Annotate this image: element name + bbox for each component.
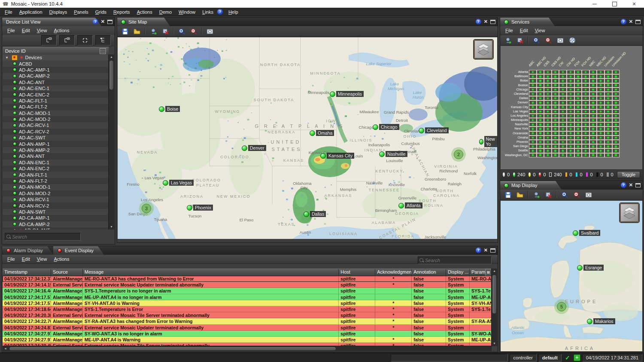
service-cell[interactable] [567, 92, 574, 96]
device-tree-scrollbar[interactable]: ▲ ▼ [108, 54, 114, 229]
service-cell[interactable] [544, 100, 552, 105]
service-cell[interactable] [567, 148, 574, 153]
menu-file[interactable]: File [5, 27, 18, 34]
service-cell[interactable] [612, 131, 620, 136]
service-cell[interactable] [589, 127, 597, 131]
service-cell[interactable] [612, 118, 620, 122]
service-cell[interactable] [537, 118, 544, 122]
site-cluster[interactable]: 5 [554, 299, 569, 314]
service-cell[interactable] [582, 127, 589, 131]
device-row-ad-ca-amp-2[interactable]: AD-CA-AMP-2 [3, 221, 109, 227]
device-row-ad-an-amp-2[interactable]: AD-AN-AMP-2 [3, 147, 109, 153]
menu-actions[interactable]: Actions [51, 256, 72, 262]
event-row[interactable]: 04/19/2022 17:34:20.387External Servi...… [3, 312, 492, 318]
service-cell[interactable] [567, 100, 574, 105]
close-icon[interactable]: ✕ [101, 19, 105, 24]
service-cell[interactable] [597, 74, 605, 78]
service-cell[interactable] [529, 148, 537, 153]
service-cell[interactable] [582, 109, 589, 114]
service-cell[interactable] [537, 83, 544, 87]
menu-actions[interactable]: Actions [51, 27, 72, 34]
service-cell[interactable] [544, 114, 552, 118]
service-cell[interactable] [612, 74, 620, 78]
service-cell[interactable] [567, 70, 574, 74]
service-cell[interactable] [582, 118, 589, 122]
service-cell[interactable] [552, 105, 559, 109]
scroll-down-arrow[interactable]: ▼ [492, 341, 497, 346]
device-row-ad-ac-enc-2[interactable]: AD-AC-ENC-2 [3, 91, 109, 97]
service-cell[interactable] [567, 78, 574, 83]
menu-help[interactable]: Help [225, 9, 241, 15]
service-cell[interactable] [605, 140, 612, 144]
service-cell[interactable] [582, 136, 589, 140]
scroll-down-arrow[interactable]: ▼ [109, 224, 114, 229]
service-cell[interactable] [574, 118, 582, 122]
service-cell[interactable] [559, 118, 567, 122]
service-cell[interactable] [574, 105, 582, 109]
service-cell[interactable] [544, 74, 552, 78]
service-cell[interactable] [529, 140, 537, 144]
service-cell[interactable] [559, 109, 567, 114]
service-cell[interactable] [544, 109, 552, 114]
menu-view[interactable]: View [532, 27, 548, 34]
menu-edit[interactable]: Edit [19, 256, 33, 262]
service-cell[interactable] [559, 136, 567, 140]
remove-service-button[interactable] [516, 36, 524, 45]
service-cell[interactable] [589, 131, 597, 136]
scroll-up-arrow[interactable]: ▲ [492, 268, 497, 274]
service-cell[interactable] [605, 148, 612, 153]
menu-edit[interactable]: Edit [517, 27, 531, 34]
service-cell[interactable] [612, 96, 620, 100]
service-cell[interactable] [582, 100, 589, 105]
service-cell[interactable] [544, 96, 552, 100]
service-cell[interactable] [537, 127, 544, 131]
service-cell[interactable] [567, 122, 574, 127]
device-row-ad-ac-rcv-2[interactable]: AD-AC-RCV-2 [3, 129, 109, 135]
tab-alarm-display[interactable]: Alarm Display [2, 246, 53, 255]
capture-button[interactable] [556, 36, 565, 45]
event-row[interactable]: 04/19/2022 17:34:27.979AlarmManagerSY-WO… [3, 331, 492, 337]
service-cell[interactable] [537, 136, 544, 140]
service-cell[interactable] [582, 74, 589, 78]
service-cell[interactable] [552, 153, 559, 157]
service-cell[interactable] [559, 70, 567, 74]
service-cell[interactable] [612, 92, 620, 96]
service-cell[interactable] [559, 83, 567, 87]
device-row-ad-an-mod-1[interactable]: AD-AN-MOD-1 [3, 184, 109, 190]
tab-device-list-view[interactable]: Device List View [2, 18, 101, 26]
event-row[interactable]: 04/19/2022 17:34:12.370AlarmManagerME-RO… [3, 276, 492, 282]
service-cell[interactable] [559, 74, 567, 78]
event-row[interactable]: 04/19/2022 17:34:24.815External Servi...… [3, 325, 492, 331]
service-cell[interactable] [552, 83, 559, 87]
site-marker-cleveland[interactable]: Cleveland [419, 127, 449, 133]
site-marker-esrange[interactable]: Esrange [577, 265, 604, 271]
device-row-ad-ac-mod-1[interactable]: AD-AC-MOD-1 [3, 110, 109, 116]
device-row-ad-ac-mod-2[interactable]: AD-AC-MOD-2 [3, 116, 109, 122]
tab-event-display[interactable]: Event Display [53, 246, 104, 255]
expand-tree-button[interactable] [59, 35, 75, 45]
service-cell[interactable] [597, 114, 605, 118]
service-cell[interactable] [559, 140, 567, 144]
service-cell[interactable] [529, 122, 537, 127]
service-cell[interactable] [529, 109, 537, 114]
service-cell[interactable] [537, 140, 544, 144]
device-row-ad-an-swt[interactable]: AD-AN-SWT [3, 209, 109, 215]
service-cell[interactable] [559, 78, 567, 83]
service-cell[interactable] [597, 148, 605, 153]
service-cell[interactable] [612, 136, 620, 140]
service-cell[interactable] [559, 92, 567, 96]
service-cell[interactable] [589, 100, 597, 105]
service-cell[interactable] [589, 114, 597, 118]
service-cell[interactable] [589, 70, 597, 74]
column-chooser-icon[interactable]: ▦ [485, 269, 492, 276]
service-cell[interactable] [605, 131, 612, 136]
service-cell[interactable] [574, 92, 582, 96]
service-cell[interactable] [605, 83, 612, 87]
device-row-ad-ac-swt[interactable]: AD-AC-SWT [3, 135, 109, 141]
minimize-button[interactable] [585, 0, 605, 8]
service-cell[interactable] [574, 127, 582, 131]
open-button[interactable] [133, 27, 141, 36]
service-cell[interactable] [552, 131, 559, 136]
controller-field[interactable]: controller [510, 354, 537, 362]
event-row[interactable]: 04/19/2022 17:34:18.645AlarmManagerSYS-1… [3, 306, 492, 312]
